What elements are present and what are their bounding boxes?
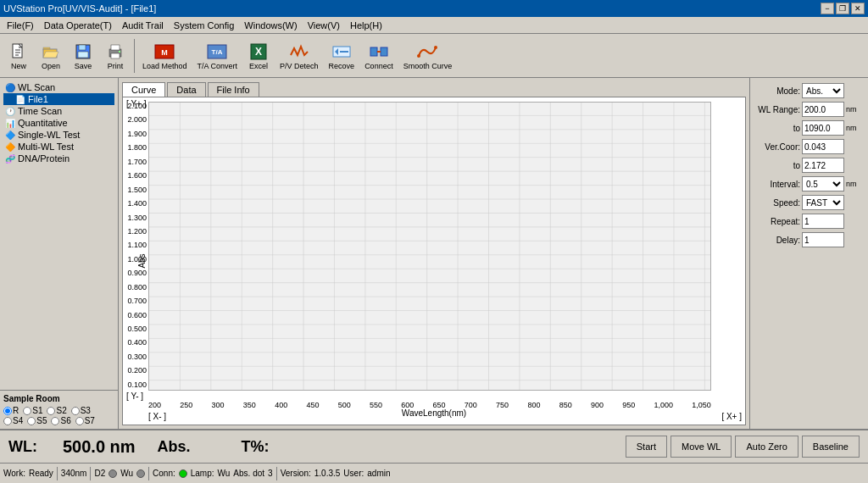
dna-label: DNA/Protein (18, 153, 70, 164)
center-panel: Curve Data File Info 2.100 2.000 1.900 1… (119, 78, 749, 429)
minimize-button[interactable]: − (821, 3, 834, 14)
smooth-curve-button[interactable]: Smooth Curve (399, 39, 457, 73)
ver-coor-to-row: to (754, 158, 865, 173)
baseline-button[interactable]: Baseline (802, 436, 860, 458)
wl340-value: 340nm (61, 469, 87, 478)
radio-R[interactable]: R (3, 406, 19, 415)
wl-to-unit: nm (846, 124, 857, 132)
wl-range-to-input[interactable] (802, 120, 844, 136)
menu-data-operate[interactable]: Data Operate(T) (39, 19, 117, 32)
chart-inner (148, 102, 711, 391)
quant-icon: 📊 (5, 119, 15, 128)
sample-room: Sample Room R S1 S2 S3 S4 S5 S6 S7 (0, 390, 118, 429)
save-icon (73, 42, 93, 62)
lamp-val-sys: Wu (218, 469, 231, 478)
pv-detect-button[interactable]: P/V Detech (275, 39, 323, 73)
start-button[interactable]: Start (626, 436, 667, 458)
new-icon (8, 42, 29, 62)
repeat-row: Repeat: (754, 214, 865, 229)
save-button[interactable]: Save (68, 39, 98, 73)
speed-select[interactable]: FAST MEDIUM SLOW (802, 195, 844, 210)
repeat-input[interactable] (802, 214, 844, 229)
wl-range-from-input[interactable] (802, 102, 844, 117)
smooth-curve-icon (417, 42, 437, 62)
new-button[interactable]: New (3, 39, 34, 73)
move-wl-button[interactable]: Move WL (670, 436, 732, 458)
version-label: Version: (281, 469, 311, 478)
nav-quantitative[interactable]: 📊 Quantitative (3, 117, 114, 129)
ver-coor-to-label: to (754, 161, 800, 170)
menu-audit-trail[interactable]: Audit Trail (117, 19, 169, 32)
svg-rect-11 (111, 45, 120, 50)
tab-curve[interactable]: Curve (122, 82, 165, 97)
nav-dna-protein[interactable]: 🧬 DNA/Protein (3, 153, 114, 164)
recove-button[interactable]: Recove (325, 39, 359, 73)
y-minus-label: [ Y- ] (126, 391, 143, 401)
mode-label: Mode: (754, 86, 800, 96)
menu-file[interactable]: File(F) (2, 19, 39, 32)
open-button[interactable]: Open (36, 39, 66, 73)
d2-led (108, 469, 117, 478)
wu-led (136, 469, 145, 478)
ta-convert-button[interactable]: T/A T/A Convert (193, 39, 242, 73)
radio-S6[interactable]: S6 (51, 416, 70, 425)
close-button[interactable]: ✕ (851, 3, 865, 14)
repeat-label: Repeat: (754, 217, 800, 226)
main-layout: 🔵 WL Scan 📄 File1 🕐 Time Scan 📊 Quantita… (0, 78, 868, 429)
print-icon (105, 42, 125, 62)
ver-coor-from-input[interactable] (802, 139, 844, 154)
menu-view[interactable]: View(V) (303, 19, 345, 32)
ta-convert-icon: T/A (207, 42, 227, 62)
interval-row: Interval: 0.5 1.0 2.0 5.0 nm (754, 176, 865, 192)
radio-S2[interactable]: S2 (47, 406, 66, 415)
single-wl-icon: 🔷 (5, 130, 15, 140)
interval-label: Interval: (754, 180, 800, 189)
radio-S4[interactable]: S4 (3, 416, 23, 425)
work-value: Ready (29, 469, 53, 478)
menu-help[interactable]: Help(H) (345, 19, 387, 32)
print-button[interactable]: Print (100, 39, 131, 73)
nav-multi-wl[interactable]: 🔶 Multi-WL Test (3, 141, 114, 153)
menu-windows[interactable]: Windows(W) (239, 19, 302, 32)
y-plus-label: [ Y+ ] (126, 99, 146, 108)
mode-select[interactable]: Abs. T% E (802, 83, 844, 98)
work-label: Work: (3, 469, 25, 478)
excel-button[interactable]: X Excel (243, 39, 274, 73)
nav-time-scan[interactable]: 🕐 Time Scan (3, 105, 114, 117)
restore-button[interactable]: ❐ (836, 3, 849, 14)
new-label: New (11, 62, 26, 70)
connect-button[interactable]: Connect (360, 39, 398, 73)
abs-label: Abs. (158, 438, 191, 456)
radio-S7[interactable]: S7 (75, 416, 95, 425)
smooth-curve-label: Smooth Curve (403, 62, 453, 70)
conn-label: Conn: (153, 469, 175, 478)
version-value: 1.0.3.5 (314, 469, 341, 478)
svg-rect-9 (78, 52, 88, 58)
nav-single-wl[interactable]: 🔷 Single-WL Test (3, 129, 114, 141)
lamp-d2: D2 (94, 469, 105, 478)
nav-wl-scan[interactable]: 🔵 WL Scan (3, 81, 114, 93)
wu-val: Wu (120, 469, 133, 478)
load-method-button[interactable]: M Load Method (138, 39, 192, 73)
auto-zero-button[interactable]: Auto Zero (735, 436, 798, 458)
radio-S1[interactable]: S1 (23, 406, 42, 415)
delay-input[interactable] (802, 232, 844, 247)
wl-range-label: WL Range: (754, 105, 800, 114)
radio-S3[interactable]: S3 (71, 406, 91, 415)
delay-label: Delay: (754, 236, 800, 245)
nav-file1[interactable]: 📄 File1 (3, 93, 114, 105)
svg-rect-23 (381, 47, 387, 56)
ver-coor-to-input[interactable] (802, 158, 844, 173)
toolbar-separator-1 (134, 39, 135, 73)
abs-val-sys: Abs. dot (233, 469, 264, 478)
menu-system-config[interactable]: System Config (169, 19, 240, 32)
svg-point-26 (434, 46, 437, 49)
tab-file-info[interactable]: File Info (208, 82, 259, 97)
tab-data[interactable]: Data (167, 82, 205, 97)
svg-point-25 (417, 54, 420, 58)
wl-range-row: WL Range: nm (754, 102, 865, 117)
interval-select[interactable]: 0.5 1.0 2.0 5.0 (802, 176, 844, 192)
wl-range-to-row: to nm (754, 120, 865, 136)
status-bar: WL: 500.0 nm Abs. T%: Start Move WL Auto… (0, 429, 868, 463)
radio-S5[interactable]: S5 (27, 416, 47, 425)
